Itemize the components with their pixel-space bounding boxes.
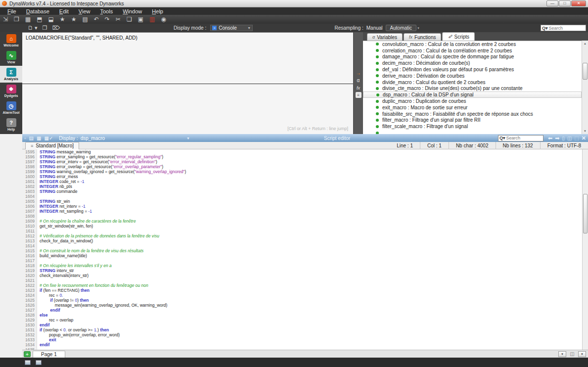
- code-line[interactable]: 1616build_window_name(title): [22, 253, 588, 258]
- code-line[interactable]: 1630endif: [22, 322, 588, 327]
- menu-window[interactable]: Window: [118, 8, 146, 14]
- split-view-icon[interactable]: ◫: [567, 136, 572, 141]
- menu-tools[interactable]: Tools: [95, 8, 117, 14]
- code-line[interactable]: 1600STRING error_mess: [22, 174, 588, 179]
- minimize-button[interactable]: —: [546, 0, 558, 6]
- global-search-input[interactable]: [549, 26, 586, 31]
- layout-grid-icon[interactable]: ◫: [568, 351, 576, 357]
- menu-edit[interactable]: Edit: [55, 8, 73, 14]
- close-editor-icon[interactable]: ✕: [582, 135, 586, 141]
- sidebar-item-help[interactable]: ?Help: [0, 116, 22, 133]
- delete-icon[interactable]: ▥: [149, 15, 155, 23]
- open-folder-icon[interactable]: ❐: [14, 15, 19, 23]
- editor-scrollbar[interactable]: [582, 149, 588, 350]
- fx-icon[interactable]: fx: [355, 85, 362, 91]
- close-button[interactable]: ✕: [571, 0, 586, 6]
- scrollbar-thumb[interactable]: [583, 194, 588, 233]
- script-list-item[interactable]: faisabilite_src_macro : Faisabilité d'un…: [363, 111, 582, 117]
- import-window-icon[interactable]: ⬓: [48, 15, 54, 23]
- script-list-item[interactable]: def_val : Définiton des valeurs par défa…: [363, 66, 582, 73]
- script-list-item[interactable]: filter_macro : Filtrage d'un signal par …: [363, 117, 582, 124]
- window-thumbnail-icon[interactable]: [25, 360, 31, 365]
- page-list-dropdown[interactable]: ▼: [558, 351, 566, 357]
- resampling-automatic-button[interactable]: Automatic: [386, 25, 416, 31]
- sidebar-item-view[interactable]: ∿View: [0, 49, 22, 66]
- menu-database[interactable]: Database: [22, 8, 54, 14]
- menu-file[interactable]: File: [3, 8, 21, 14]
- open-file-icon[interactable]: ❐: [43, 25, 47, 31]
- window-thumbnail-icon[interactable]: [36, 360, 42, 365]
- display-mode-select[interactable]: > Console ▼: [210, 25, 253, 31]
- code-line[interactable]: 1605STRING str_win: [22, 199, 588, 204]
- maximize-button[interactable]: □: [559, 0, 571, 6]
- code-line[interactable]: 1611: [22, 229, 588, 233]
- menu-view[interactable]: View: [74, 8, 95, 14]
- script-list-item[interactable]: [363, 130, 582, 134]
- code-line[interactable]: 1628else: [22, 313, 588, 318]
- code-line[interactable]: 1621: [22, 278, 588, 283]
- export-window-icon[interactable]: ⬒: [37, 15, 42, 23]
- find-previous-icon[interactable]: ⬅: [548, 135, 552, 141]
- print-icon[interactable]: ▤: [82, 15, 88, 23]
- code-line[interactable]: 1602INTEGER nb_pts: [22, 184, 588, 189]
- save-as-icon[interactable]: ▦✓: [44, 136, 53, 141]
- code-editor[interactable]: 1595STRING message_warning1596STRING err…: [22, 149, 588, 350]
- code-line[interactable]: 1632 popup_win(error_overlap, error_word…: [22, 332, 588, 337]
- script-list-item[interactable]: exit_macro : Macro de sortie sur erreur: [363, 104, 582, 111]
- code-line[interactable]: 1609# On récupère la chaîne de caractère…: [22, 219, 588, 224]
- code-line[interactable]: 1595STRING message_warning: [22, 149, 588, 154]
- code-line[interactable]: 1618# On récupère les intervalles s'il y…: [22, 263, 588, 268]
- code-line[interactable]: 1615# On construit le nom de la fenêtre …: [22, 248, 588, 253]
- script-list-item[interactable]: divide_macro : Calcul du quotient de 2 c…: [363, 79, 582, 86]
- tab-variables[interactable]: αVariables: [367, 33, 403, 41]
- collapse-panel-icon[interactable]: →: [355, 70, 362, 76]
- new-file-icon[interactable]: 🗋 ▾: [28, 25, 38, 31]
- script-list-item[interactable]: convolution_macro : Calcul de la convolu…: [363, 41, 582, 47]
- save-icon[interactable]: ▦: [37, 136, 41, 141]
- resampling-manual-button[interactable]: Manual: [363, 25, 386, 31]
- clear-console-icon[interactable]: ⌦: [52, 25, 60, 31]
- code-line[interactable]: 1625 if (overlap != 0) then: [22, 298, 588, 303]
- code-line[interactable]: 1601INTEGER code_ret = -1: [22, 179, 588, 184]
- code-line[interactable]: 1626 message_win(warning_overlap_ignored…: [22, 303, 588, 308]
- favorite-icon[interactable]: ★: [60, 15, 65, 23]
- code-line[interactable]: 1629 rec = overlap: [22, 318, 588, 322]
- single-view-icon[interactable]: ▯: [562, 136, 565, 141]
- code-line[interactable]: 1620check_intervals(interv_str): [22, 273, 588, 278]
- add-page-button[interactable]: +: [24, 351, 31, 357]
- code-line[interactable]: 1624 rec = 0.: [22, 293, 588, 298]
- code-line[interactable]: 1631if (overlap < 0. or overlap >= 1.) t…: [22, 327, 588, 332]
- copy-icon[interactable]: ❏: [127, 15, 132, 23]
- editor-display-select[interactable]: Display : dsp_macro ▼: [59, 136, 190, 141]
- alpha-icon[interactable]: α: [355, 77, 362, 84]
- scripts-scrollbar[interactable]: ▲ ▼: [582, 41, 588, 134]
- sidebar-item-alarmtool[interactable]: ◷AlarmTool: [0, 99, 22, 116]
- favorite-add-icon[interactable]: ★: [71, 15, 77, 23]
- code-line[interactable]: 1622# On fixe le recouvrement en fonctio…: [22, 283, 588, 288]
- sidebar-item-dydgets[interactable]: ❖Dydgets: [0, 83, 22, 99]
- web-icon[interactable]: ◉: [161, 15, 166, 23]
- code-line[interactable]: 1623if (fen == RECTANG) then: [22, 288, 588, 293]
- code-line[interactable]: 1596STRING error_sampling = get_resource…: [22, 154, 588, 159]
- code-line[interactable]: 1627 endif: [22, 308, 588, 313]
- console-panel[interactable]: LOADMACROFILE("Standard", "", SHARED, AD…: [22, 32, 353, 134]
- layout-dropdown[interactable]: ▼: [578, 351, 586, 357]
- cut-icon[interactable]: ✂: [116, 15, 121, 23]
- scroll-down-icon[interactable]: ▼: [582, 128, 588, 134]
- script-list-item[interactable]: filter_scale_macro : Filtrage d'un signa…: [363, 123, 582, 130]
- script-list-item[interactable]: dsp_macro : Calcul de la DSP d'un signal: [363, 92, 582, 98]
- script-list-item[interactable]: derive_macro : Dérivation de courbes: [363, 73, 582, 79]
- save-icon[interactable]: ▦: [25, 15, 31, 23]
- script-list-item[interactable]: divise_cte_macro : Divise une(des) courb…: [363, 86, 582, 92]
- code-line[interactable]: 1617: [22, 258, 588, 263]
- script-list-item[interactable]: damage_macro : Calcul du spectre de domm…: [363, 54, 582, 60]
- undo-icon[interactable]: ↶: [94, 15, 99, 23]
- page-tab[interactable]: Page 1: [33, 351, 65, 358]
- code-line[interactable]: 1604: [22, 194, 588, 199]
- code-line[interactable]: 1613check_for_data_in_window(): [22, 238, 588, 243]
- code-line[interactable]: 1633 exit: [22, 337, 588, 342]
- code-line[interactable]: 1608: [22, 214, 588, 219]
- scroll-up-icon[interactable]: ▲: [582, 41, 588, 46]
- code-line[interactable]: 1619STRING interv_str: [22, 268, 588, 273]
- find-next-icon[interactable]: ➡: [555, 135, 559, 141]
